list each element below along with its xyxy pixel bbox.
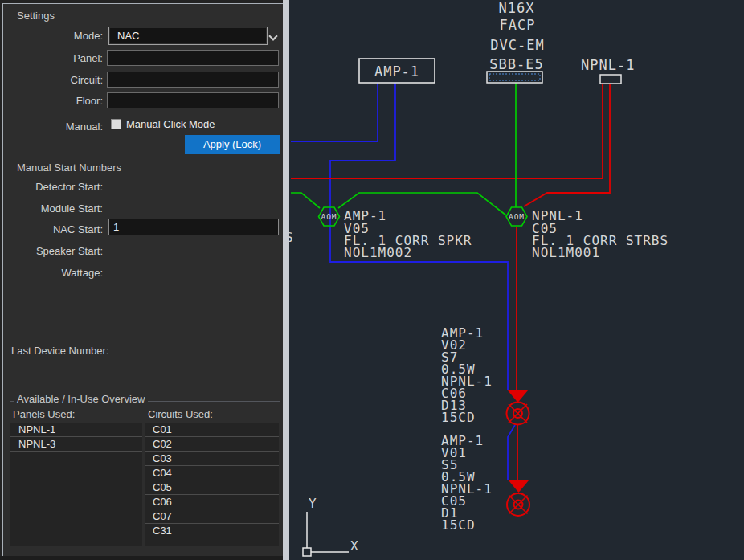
- list-item[interactable]: NPNL-1: [10, 423, 142, 437]
- cad-text[interactable]: N16X: [499, 0, 535, 16]
- npnl-box-label[interactable]: NPNL-1: [581, 57, 635, 73]
- svg-text:NOL1M001: NOL1M001: [532, 245, 600, 260]
- strobe-device-1[interactable]: AMP-1 V02 S7 0.5W NPNL-1 C06 D13 15CD: [441, 325, 529, 425]
- cad-text[interactable]: FACP: [500, 17, 536, 33]
- ucs-x-label: X: [350, 538, 359, 554]
- list-item[interactable]: C01: [145, 423, 279, 437]
- sbb-terminal-box[interactable]: [487, 72, 542, 83]
- amp-box[interactable]: AMP-1: [359, 59, 435, 83]
- floor-label: Floor:: [0, 95, 103, 107]
- ucs-icon: Y X: [303, 496, 359, 556]
- manual-click-mode-label: Manual Click Mode: [126, 118, 215, 130]
- aom-symbol-right[interactable]: AOM NPNL-1 C05 FL. 1 CORR STRBS NOL1M001: [506, 207, 668, 260]
- circuit-label: Circuit:: [0, 74, 103, 86]
- wattage-label: Wattage:: [0, 267, 103, 279]
- triangle-icon[interactable]: [509, 480, 529, 493]
- list-item[interactable]: C03: [145, 452, 279, 466]
- palette-bottom-strip: [0, 556, 283, 560]
- cad-canvas[interactable]: N16X FACP DVC-EM SBB-E5 AMP-1 NPNL-1 AOM…: [289, 0, 744, 560]
- strobe-1-label[interactable]: AMP-1 V02 S7 0.5W NPNL-1 C06 D13 15CD: [441, 325, 493, 425]
- amp-box-label[interactable]: AMP-1: [374, 63, 419, 80]
- overview-group-header: Available / In-Use Overview: [10, 393, 280, 406]
- panels-used-list[interactable]: NPNL-1 NPNL-3: [10, 423, 142, 546]
- overview-group-title: Available / In-Use Overview: [14, 393, 148, 405]
- list-item[interactable]: C02: [145, 437, 279, 452]
- panel-input[interactable]: [107, 50, 279, 66]
- list-item[interactable]: C31: [145, 524, 279, 538]
- palette-splitter[interactable]: [283, 0, 289, 560]
- panels-used-header: Panels Used:: [13, 408, 75, 420]
- last-device-number-label: Last Device Number:: [11, 345, 108, 357]
- aom-symbol-left[interactable]: AOM AMP-1 V05 FL. 1 CORR SPKR NOL1M002: [319, 207, 472, 260]
- manual-label: Manual:: [0, 121, 103, 133]
- aom-right-label[interactable]: NPNL-1 C05 FL. 1 CORR STRBS NOL1M001: [532, 208, 668, 260]
- facp-label-stack[interactable]: N16X FACP DVC-EM SBB-E5: [489, 0, 544, 72]
- aom-symbol-text: AOM: [509, 212, 525, 221]
- cad-text[interactable]: DVC-EM: [490, 37, 544, 53]
- speaker-start-label: Speaker Start:: [0, 245, 103, 257]
- clipped-cad-text: S: [289, 230, 294, 245]
- wire-green[interactable]: [291, 83, 516, 215]
- circuits-used-header: Circuits Used:: [148, 408, 213, 420]
- npnl-box[interactable]: NPNL-1: [581, 57, 635, 84]
- ucs-y-label: Y: [309, 496, 317, 511]
- detector-start-label: Detector Start:: [0, 181, 103, 193]
- aom-left-label[interactable]: AMP-1 V05 FL. 1 CORR SPKR NOL1M002: [344, 208, 472, 260]
- triangle-icon[interactable]: [508, 390, 528, 403]
- panel-label: Panel:: [0, 52, 103, 64]
- nac-start-label: NAC Start:: [0, 223, 103, 235]
- cad-text[interactable]: SBB-E5: [489, 56, 543, 72]
- nac-start-input[interactable]: [108, 219, 279, 235]
- settings-palette: Settings Mode: Panel: Circuit: Floor: Ma…: [0, 0, 289, 560]
- module-start-label: Module Start:: [0, 202, 103, 215]
- strobe-device-2[interactable]: AMP-1 V01 S5 0.5W NPNL-1 C05 D1 15CD: [441, 433, 529, 533]
- svg-text:NOL1M002: NOL1M002: [344, 245, 412, 260]
- list-item[interactable]: C05: [145, 480, 279, 495]
- circuit-input[interactable]: [107, 72, 279, 88]
- svg-text:15CD: 15CD: [441, 410, 476, 425]
- aom-symbol-text: AOM: [321, 212, 337, 221]
- list-item[interactable]: C06: [145, 495, 279, 509]
- svg-text:15CD: 15CD: [441, 517, 476, 533]
- manual-start-group-title: Manual Start Numbers: [14, 161, 125, 174]
- apply-lock-button[interactable]: Apply (Lock): [185, 135, 280, 154]
- wire-blue[interactable]: [291, 83, 515, 480]
- manual-start-group-header: Manual Start Numbers: [10, 161, 280, 174]
- strobe-2-label[interactable]: AMP-1 V01 S5 0.5W NPNL-1 C05 D1 15CD: [441, 433, 493, 533]
- circuits-used-list[interactable]: C01 C02 C03 C04 C05 C06 C07 C31: [145, 423, 279, 546]
- list-item[interactable]: NPNL-3: [10, 437, 142, 452]
- mode-label: Mode:: [0, 30, 103, 42]
- list-item[interactable]: C07: [145, 509, 279, 524]
- mode-dropdown[interactable]: NAC: [108, 27, 268, 45]
- settings-group-title: Settings: [14, 10, 58, 22]
- manual-click-mode-checkbox[interactable]: [111, 119, 121, 129]
- floor-input[interactable]: [107, 92, 279, 108]
- settings-group-header: Settings: [10, 10, 280, 22]
- list-item[interactable]: C04: [145, 466, 279, 480]
